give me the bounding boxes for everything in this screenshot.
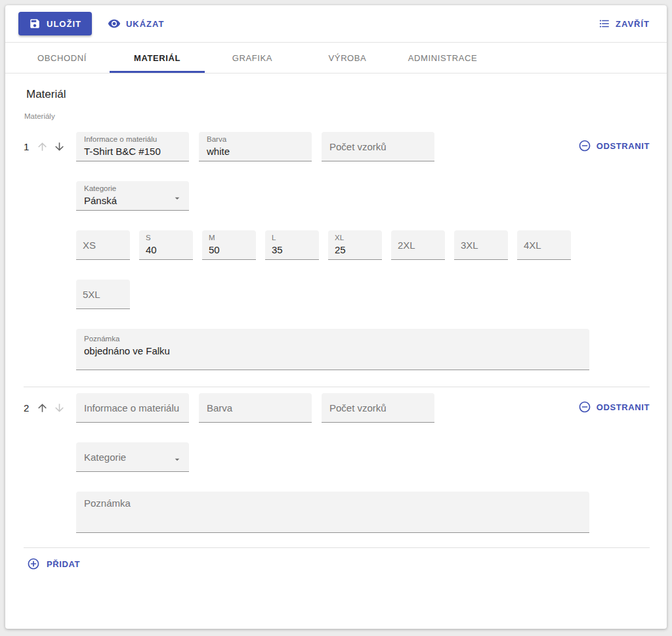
chevron-down-icon bbox=[172, 193, 182, 203]
show-button-label: UKÁZAT bbox=[126, 19, 164, 29]
save-button-label: ULOŽIT bbox=[47, 19, 81, 29]
save-button[interactable]: ULOŽIT bbox=[18, 12, 92, 35]
field-label: XS bbox=[83, 240, 123, 251]
chevron-down-icon bbox=[172, 454, 182, 465]
item-1-size-5xl-field[interactable]: 5XL bbox=[76, 280, 130, 309]
tab-obchodni[interactable]: OBCHODNÍ bbox=[14, 43, 110, 73]
remove-button-label: ODSTRANIT bbox=[597, 402, 650, 412]
item-2-note-field[interactable]: Poznámka bbox=[76, 492, 589, 533]
field-label: Počet vzorků bbox=[329, 402, 427, 413]
field-label: Kategorie bbox=[84, 452, 181, 463]
form-card: ULOŽIT UKÁZAT ZAVŘÍT OBCHODNÍ MATERIÁL G… bbox=[5, 5, 667, 629]
item-2-order-controls: 2 bbox=[24, 393, 76, 423]
item-1-order-controls: 1 bbox=[24, 132, 76, 161]
group-label: Materiály bbox=[24, 112, 650, 120]
field-label: S bbox=[146, 234, 186, 242]
item-1-color-field[interactable]: Barva white bbox=[199, 132, 312, 161]
item-1-sizes: XS S 40 M 50 L 35 XL 25 bbox=[76, 230, 575, 309]
item-1-size-m-field[interactable]: M 50 bbox=[202, 230, 256, 260]
field-label: 3XL bbox=[461, 240, 501, 251]
item-1-size-xl-field[interactable]: XL 25 bbox=[328, 230, 382, 260]
tab-material[interactable]: MATERIÁL bbox=[110, 43, 205, 73]
field-value: Pánská bbox=[84, 195, 181, 207]
item-1-size-4xl-field[interactable]: 4XL bbox=[517, 230, 571, 260]
arrow-down-icon bbox=[53, 402, 66, 414]
arrow-up-icon bbox=[36, 140, 49, 153]
item-1-samples-field[interactable]: Počet vzorků bbox=[322, 132, 434, 161]
field-label: 4XL bbox=[524, 240, 564, 251]
field-label: Informace o materiálu bbox=[84, 135, 181, 144]
add-material-button[interactable]: PŘIDAT bbox=[27, 557, 80, 570]
item-1-remove-button[interactable]: ODSTRANIT bbox=[578, 139, 650, 152]
material-item-2: 2 Informace o materiálu Barva bbox=[24, 393, 650, 533]
item-1-info-field[interactable]: Informace o materiálu T-Shirt B&C #150 bbox=[76, 132, 189, 161]
material-item-1: 1 Informace o materiálu T-Shirt B&C #150… bbox=[24, 132, 650, 370]
arrow-up-icon bbox=[36, 402, 49, 414]
item-2-samples-field[interactable]: Počet vzorků bbox=[322, 393, 434, 423]
arrow-down-icon bbox=[53, 140, 66, 153]
item-2-info-field[interactable]: Informace o materiálu bbox=[76, 393, 189, 423]
item-2-remove-button[interactable]: ODSTRANIT bbox=[578, 400, 650, 413]
tab-administrace[interactable]: ADMINISTRACE bbox=[395, 43, 490, 73]
field-label: L bbox=[272, 234, 312, 242]
add-divider bbox=[24, 547, 650, 548]
show-button[interactable]: UKÁZAT bbox=[101, 12, 171, 35]
page-title: Materiál bbox=[26, 88, 650, 101]
item-2-color-field[interactable]: Barva bbox=[199, 393, 312, 423]
field-label: XL bbox=[335, 234, 375, 242]
item-1-category-select[interactable]: Kategorie Pánská bbox=[76, 181, 189, 211]
item-1-size-l-field[interactable]: L 35 bbox=[265, 230, 319, 260]
tab-bar: OBCHODNÍ MATERIÁL GRAFIKA VÝROBA ADMINIS… bbox=[5, 42, 667, 74]
material-section: Materiál Materiály 1 Informace o materiá… bbox=[5, 74, 667, 629]
item-1-size-xs-field[interactable]: XS bbox=[76, 230, 130, 260]
tab-vyroba[interactable]: VÝROBA bbox=[300, 43, 395, 73]
list-icon bbox=[598, 18, 610, 30]
item-2-move-down-button[interactable] bbox=[53, 402, 66, 414]
remove-circle-icon bbox=[578, 400, 591, 413]
tab-grafika[interactable]: GRAFIKA bbox=[205, 43, 300, 73]
field-label: Kategorie bbox=[84, 184, 181, 193]
add-circle-icon bbox=[27, 557, 40, 570]
field-label: 2XL bbox=[398, 240, 438, 251]
item-1-index: 1 bbox=[24, 141, 32, 152]
item-2-category-select[interactable]: Kategorie bbox=[76, 442, 189, 472]
item-1-move-down-button[interactable] bbox=[53, 140, 66, 153]
remove-button-label: ODSTRANIT bbox=[597, 141, 650, 151]
field-value: objednáno ve Falku bbox=[84, 345, 581, 357]
add-button-label: PŘIDAT bbox=[47, 559, 80, 569]
field-label: Informace o materiálu bbox=[84, 402, 181, 413]
item-2-move-up-button[interactable] bbox=[36, 402, 49, 414]
field-label: 5XL bbox=[83, 289, 123, 300]
field-label: M bbox=[209, 234, 249, 242]
item-1-note-field[interactable]: Poznámka objednáno ve Falku bbox=[76, 329, 589, 370]
field-label: Počet vzorků bbox=[329, 141, 427, 152]
item-2-index: 2 bbox=[24, 402, 32, 413]
close-button[interactable]: ZAVŘÍT bbox=[592, 12, 650, 35]
remove-circle-icon bbox=[578, 139, 591, 152]
field-label: Barva bbox=[207, 135, 304, 144]
toolbar: ULOŽIT UKÁZAT ZAVŘÍT bbox=[5, 5, 667, 42]
field-label: Poznámka bbox=[84, 498, 581, 509]
field-value: T-Shirt B&C #150 bbox=[84, 146, 181, 158]
field-value: 25 bbox=[335, 244, 375, 256]
field-value: 50 bbox=[209, 244, 249, 256]
field-value: 40 bbox=[146, 244, 186, 256]
eye-icon bbox=[108, 17, 121, 30]
item-1-size-3xl-field[interactable]: 3XL bbox=[454, 230, 508, 260]
close-button-label: ZAVŘÍT bbox=[616, 19, 650, 29]
item-1-size-s-field[interactable]: S 40 bbox=[139, 230, 193, 260]
field-value: white bbox=[207, 146, 304, 158]
item-divider bbox=[24, 387, 650, 387]
save-icon bbox=[29, 18, 41, 30]
field-label: Barva bbox=[207, 402, 304, 413]
item-1-move-up-button[interactable] bbox=[36, 140, 49, 153]
field-label: Poznámka bbox=[84, 335, 581, 343]
field-value: 35 bbox=[272, 244, 312, 256]
item-1-size-2xl-field[interactable]: 2XL bbox=[391, 230, 445, 260]
